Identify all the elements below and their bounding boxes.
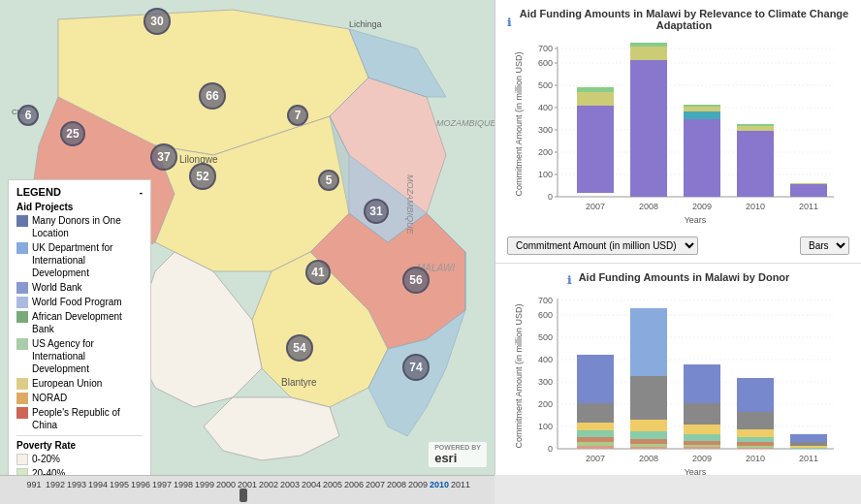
cluster-41[interactable]: 41 — [305, 260, 331, 285]
bar2-2009-lgreen — [684, 445, 720, 447]
bar-2011-purple — [790, 184, 827, 197]
cluster-52[interactable]: 52 — [189, 163, 216, 190]
chart1-info-icon[interactable]: ℹ — [507, 16, 511, 29]
chart1-panel: ℹ Aid Funding Amounts in Malawi by Relev… — [495, 0, 861, 264]
legend-color-usaid — [16, 338, 28, 350]
bar-2011-yellow — [790, 183, 827, 184]
svg-text:Commitment Amount (in million : Commitment Amount (in million USD) — [514, 303, 524, 448]
legend-title: LEGEND - — [16, 186, 143, 198]
legend-minimize-button[interactable]: - — [140, 187, 143, 198]
svg-text:Years: Years — [684, 215, 706, 225]
bar2-2008-yellow — [630, 420, 667, 431]
legend-item-many-donors: Many Donors in One Location — [16, 214, 143, 239]
bar2-2007-lgreen — [577, 442, 614, 446]
bar2-2009-yellow — [684, 425, 720, 434]
bar2-2007-orange — [577, 437, 614, 442]
chart1-type-dropdown[interactable]: Bars — [800, 236, 849, 255]
bar2-2008-orange — [630, 439, 667, 444]
legend-color-ukdid — [16, 242, 28, 254]
bar-2008-purple — [630, 60, 667, 197]
legend-poverty-0-20: 0-20% — [16, 453, 143, 465]
bar-2008-green — [630, 43, 667, 47]
cluster-56[interactable]: 56 — [402, 267, 430, 294]
bar2-2011-green — [790, 448, 827, 449]
chart1-svg: Commitment Amount (in million USD) 0 100… — [514, 37, 844, 231]
chart1-title: Aid Funding Amounts in Malawi by Relevan… — [519, 8, 849, 31]
bar-2008-yellow — [630, 47, 667, 60]
bar2-2007-yellow — [577, 423, 614, 430]
chart2-svg: Commitment Amount (in million USD) 0 100… — [514, 289, 844, 475]
bar-2009-teal — [684, 111, 720, 119]
bar2-2010-orange — [737, 442, 774, 446]
svg-text:2011: 2011 — [798, 454, 817, 463]
bar-2009-green — [684, 105, 720, 107]
chart2-title: Aid Funding Amounts in Malawi by Donor — [579, 271, 790, 283]
cluster-66[interactable]: 66 — [199, 82, 226, 110]
cluster-6[interactable]: 6 — [17, 105, 39, 126]
poverty-rate-section-title: Poverty Rate — [16, 440, 143, 451]
svg-text:300: 300 — [537, 125, 552, 135]
svg-text:100: 100 — [537, 422, 552, 431]
svg-text:400: 400 — [537, 103, 552, 112]
svg-text:2010: 2010 — [745, 202, 764, 211]
bar2-2007-pink — [577, 446, 614, 449]
cluster-74[interactable]: 74 — [402, 354, 430, 381]
legend-divider — [16, 435, 143, 436]
bar2-2009-gray — [684, 403, 720, 425]
svg-text:0: 0 — [547, 444, 552, 454]
timeline-handle[interactable] — [239, 488, 247, 502]
legend-color-poverty-20-40 — [16, 468, 28, 475]
esri-logo: POWERED BY esri — [429, 442, 487, 467]
bar-2010-purple — [737, 131, 774, 197]
legend-panel: LEGEND - Aid Projects Many Donors in One… — [8, 179, 151, 475]
bar-2009-yellow — [684, 107, 720, 111]
bar2-2011-gray — [790, 442, 827, 446]
cluster-5[interactable]: 5 — [318, 170, 339, 191]
cluster-54[interactable]: 54 — [286, 334, 313, 362]
bar2-2009-orange — [684, 441, 720, 445]
timeline-labels: 991 1992 1993 1994 1995 1996 1997 1998 1… — [23, 480, 471, 489]
svg-text:2008: 2008 — [638, 454, 657, 463]
aid-projects-section-title: Aid Projects — [16, 202, 143, 212]
svg-text:600: 600 — [537, 310, 552, 320]
legend-color-many-donors — [16, 215, 28, 227]
legend-color-worldfood — [16, 297, 28, 308]
legend-item-worldfood: World Food Program — [16, 296, 143, 308]
svg-text:700: 700 — [537, 44, 552, 53]
legend-item-ukdid: UK Department for International Developm… — [16, 241, 143, 279]
svg-text:400: 400 — [537, 355, 552, 364]
svg-text:100: 100 — [537, 170, 552, 179]
svg-text:Lichinga: Lichinga — [349, 19, 382, 29]
svg-text:500: 500 — [537, 80, 552, 90]
svg-text:Blantyre: Blantyre — [281, 377, 317, 388]
bar2-2010-pink — [737, 448, 774, 449]
map-panel: MOZAMBIQUE MOZAMBIQUE MALAWI Lilongwe Bl… — [0, 0, 494, 475]
bar2-2008-lgreen — [630, 444, 667, 447]
cluster-25[interactable]: 25 — [60, 121, 85, 146]
svg-text:300: 300 — [537, 377, 552, 387]
svg-text:700: 700 — [537, 296, 552, 305]
charts-panel: ℹ Aid Funding Amounts in Malawi by Relev… — [494, 0, 861, 475]
cluster-37[interactable]: 37 — [150, 143, 177, 171]
svg-text:2009: 2009 — [691, 202, 711, 211]
bar2-2009-blue — [684, 364, 720, 403]
cluster-31[interactable]: 31 — [364, 199, 389, 224]
legend-item-usaid: US Agency for International Development — [16, 337, 143, 375]
legend-color-norad — [16, 393, 28, 404]
cluster-30[interactable]: 30 — [144, 8, 171, 35]
chart1-metric-dropdown[interactable]: Commitment Amount (in million USD) — [507, 236, 698, 255]
bar-2007-yellow — [577, 92, 614, 106]
chart2-info-icon[interactable]: ℹ — [567, 274, 571, 287]
cluster-7[interactable]: 7 — [287, 105, 308, 126]
bar2-2008-blue — [630, 308, 667, 376]
bar2-2010-blue — [737, 378, 774, 412]
bar2-2010-gray — [737, 412, 774, 429]
legend-poverty-20-40: 20-40% — [16, 467, 143, 475]
timeline-bar: 991 1992 1993 1994 1995 1996 1997 1998 1… — [0, 475, 494, 504]
bar2-2007-blue — [577, 355, 614, 403]
bar2-2008-green — [630, 431, 667, 439]
svg-text:600: 600 — [537, 58, 552, 68]
legend-color-china — [16, 407, 28, 419]
bar2-2011-blue — [790, 434, 827, 442]
bar2-2011-yellow — [790, 446, 827, 448]
